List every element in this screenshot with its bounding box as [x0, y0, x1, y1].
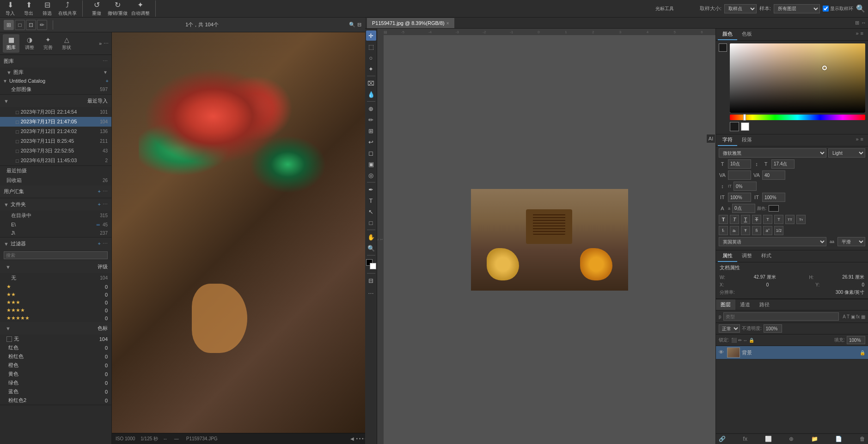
color-panel-expand-btn[interactable]: » — [856, 30, 858, 38]
text-color-swatch[interactable] — [769, 205, 779, 212]
enhance-tab[interactable]: ✦ 完善 — [40, 34, 56, 53]
ordinal-btn[interactable]: a° — [763, 226, 772, 235]
delete-layer-btn[interactable]: 🗑 — [860, 436, 865, 442]
add-folder-btn[interactable]: + — [98, 201, 101, 207]
import-date-3[interactable]: □ 2023年7月11日 8:25:45 211 — [0, 136, 111, 146]
properties-tab[interactable]: 属性 — [718, 250, 737, 262]
search-icon[interactable]: 🔍 — [856, 4, 865, 13]
user-collections-header[interactable]: 用户汇集 + ⋯ — [0, 185, 111, 198]
add-style-btn[interactable]: fx — [743, 436, 747, 442]
language-select[interactable]: 英国英语 — [719, 237, 826, 246]
ligature-btn[interactable]: fi — [752, 226, 761, 235]
rating-1-row[interactable]: ★ 0 — [0, 283, 111, 291]
font-style-select[interactable]: Light — [828, 148, 865, 158]
ps-brush-tool[interactable]: ✏ — [366, 115, 376, 125]
h-scale-input[interactable] — [762, 193, 785, 202]
color-pink2-row[interactable]: 粉红色2 0 — [0, 396, 111, 405]
prev-color-swatch[interactable] — [741, 122, 749, 131]
bold-btn[interactable]: T — [719, 215, 728, 224]
add-collection-btn[interactable]: + — [98, 189, 101, 195]
recent-imports-header[interactable]: ▼ 最近导入 — [0, 95, 111, 107]
baseline-input[interactable] — [732, 204, 755, 213]
ps-clone-tool[interactable]: ⊞ — [366, 126, 376, 136]
filter-options-btn[interactable]: ⋯ — [103, 241, 108, 247]
ps-hand-tool[interactable]: ✋ — [366, 232, 376, 242]
swatches-tab[interactable]: 色板 — [737, 29, 757, 40]
underline-btn[interactable]: T — [741, 215, 750, 224]
search-filmstrip-btn[interactable]: 🔍 — [349, 22, 355, 28]
collection-options-btn[interactable]: ⋯ — [103, 189, 108, 195]
rating-4-row[interactable]: ★★★★ 0 — [0, 306, 111, 314]
styles-tab[interactable]: 样式 — [757, 250, 776, 262]
folders-section-header[interactable]: ▼ 文件夹 + ⋯ — [0, 198, 111, 211]
folder-options-btn[interactable]: ⋯ — [103, 201, 108, 207]
faux-bold-btn[interactable]: fₜ — [719, 226, 728, 235]
new-layer-btn[interactable]: 📄 — [835, 436, 842, 442]
smallcaps-btn[interactable]: Tт — [796, 215, 806, 224]
leading-input[interactable] — [771, 159, 795, 169]
ps-lasso-tool[interactable]: ○ — [366, 53, 376, 63]
import-date-0[interactable]: □ 2023年7月20日 22:14:54 101 — [0, 107, 111, 117]
filter-button[interactable]: ⊟ 筛选 — [40, 0, 55, 17]
superscript-btn[interactable]: T — [763, 215, 772, 224]
ps-gradient-tool[interactable]: ▣ — [366, 159, 376, 169]
all-photos-item[interactable]: 全部图像 597 — [0, 85, 111, 94]
import-date-4[interactable]: □ 2023年7月3日 22:52:55 43 — [0, 146, 111, 156]
color-blue-row[interactable]: 蓝色 0 — [0, 387, 111, 396]
layers-tab[interactable]: 图层 — [716, 299, 735, 310]
color-spectrum[interactable] — [730, 43, 865, 113]
import-date-2[interactable]: □ 2023年7月12日 21:24:02 136 — [0, 127, 111, 136]
filter-filmstrip-btn[interactable]: ⊟ — [357, 22, 361, 28]
ps-zoom-tool[interactable]: 🔍 — [366, 243, 376, 253]
layer-eye-icon[interactable]: 👁 — [719, 349, 725, 356]
recent-capture-item[interactable]: 最近拍摄 — [0, 166, 111, 176]
catalog-item[interactable]: ▼ 图库 ▼ Untitled Catalog — [0, 67, 111, 77]
ps-marquee-tool[interactable]: ⬚ — [366, 42, 376, 52]
ps-path-select-tool[interactable]: ↖ — [366, 207, 376, 217]
ps-sample-size-select[interactable]: 取样点 — [724, 4, 757, 13]
link-layers-btn[interactable]: 🔗 — [719, 436, 726, 442]
ps-move-tool[interactable]: ✛ — [366, 30, 376, 41]
rotate-btn[interactable]: Ŧ — [741, 226, 750, 235]
blend-mode-select[interactable]: 正常 — [719, 324, 740, 333]
ps-shape-tool[interactable]: □ — [366, 218, 376, 228]
shape-tab[interactable]: △ 形状 — [58, 34, 75, 53]
type-panel-options-btn[interactable]: ≡ — [861, 136, 863, 144]
loupe-view-btn[interactable]: □ — [15, 20, 25, 30]
fill-input[interactable] — [847, 336, 865, 344]
ps-healing-tool[interactable]: ⊕ — [366, 103, 376, 114]
ps-tab-close[interactable]: × — [446, 21, 449, 26]
panel-options-btn[interactable]: ⋯ — [104, 41, 109, 47]
current-color-swatch[interactable] — [730, 122, 739, 131]
import-date-5[interactable]: □ 2023年6月23日 11:45:03 2 — [0, 156, 111, 165]
ps-crop-tool[interactable]: ⌧ — [366, 78, 376, 88]
faux-italic-btn[interactable]: aₜ — [730, 226, 739, 235]
nav-prev-icon[interactable]: ◀ — [350, 436, 354, 441]
add-adjustment-btn[interactable]: ⊕ — [789, 436, 794, 442]
filters-header[interactable]: ▼ 过滤器 + ⋯ — [0, 237, 111, 250]
layer-row-bg[interactable]: 👁 背景 🔒 — [716, 346, 868, 359]
add-filter-btn[interactable]: + — [98, 241, 101, 247]
paths-tab[interactable]: 路径 — [755, 299, 774, 310]
rating-section-header[interactable]: ▼ 评级 — [0, 261, 111, 273]
add-mask-btn[interactable]: ⬜ — [765, 436, 772, 442]
aa-select[interactable]: 平滑 — [837, 237, 865, 246]
redo-button[interactable]: ↺ 重做 — [89, 0, 104, 17]
v-scale-input[interactable] — [728, 193, 751, 202]
ps-screen-mode-btn[interactable]: ⊟ — [366, 275, 376, 286]
share-button[interactable]: ⤴ 在线共享 — [58, 1, 77, 17]
rating-none-item[interactable]: 无 104 — [0, 273, 111, 283]
rating-3-row[interactable]: ★★★ 0 — [0, 298, 111, 306]
import-date-1[interactable]: □ 2023年7月17日 21:47:05 104 — [0, 117, 111, 127]
color-green-row[interactable]: 绿色 0 — [0, 378, 111, 387]
ps-wand-tool[interactable]: ✦ — [366, 64, 376, 74]
compare-view-btn[interactable]: ⊡ — [26, 20, 36, 30]
library-options-icon[interactable]: ⋯ — [103, 58, 108, 64]
fraction-btn[interactable]: 1/2 — [774, 226, 783, 235]
ps-dodge-tool[interactable]: ◎ — [366, 170, 376, 180]
undoredo-button[interactable]: ↻ 撤销/重做 — [108, 0, 128, 17]
add-catalog-btn[interactable]: + — [106, 78, 109, 84]
group-layers-btn[interactable]: 📁 — [811, 436, 818, 442]
ps-sample-select[interactable]: 所有图层 — [774, 4, 820, 13]
library-tab[interactable]: ▦ 图库 — [3, 34, 19, 53]
